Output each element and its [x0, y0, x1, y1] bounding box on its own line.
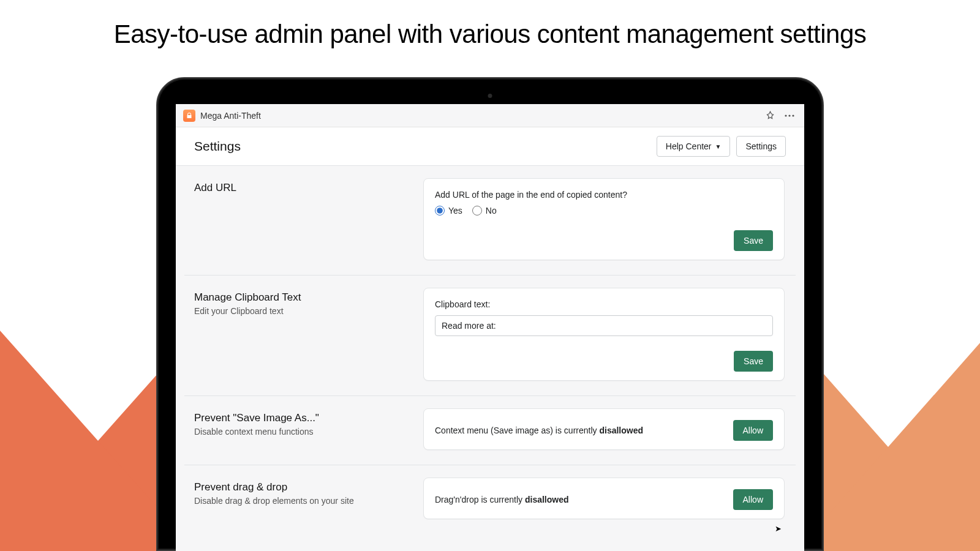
- clipboard-label: Clipboard text:: [435, 299, 773, 309]
- drag-drop-title: Prevent drag & drop: [194, 481, 413, 493]
- help-center-label: Help Center: [666, 141, 712, 151]
- app-title: Mega Anti-Theft: [200, 111, 261, 121]
- radio-yes[interactable]: Yes: [435, 206, 462, 216]
- clipboard-card: Clipboard text: Save: [423, 288, 785, 381]
- add-url-title: Add URL: [194, 182, 413, 194]
- drag-drop-status-prefix: Drag'n'drop is currently: [435, 495, 525, 504]
- drag-drop-card: Drag'n'drop is currently disallowed Allo…: [423, 478, 785, 519]
- add-url-save-button[interactable]: Save: [734, 230, 773, 251]
- save-image-allow-button[interactable]: Allow: [733, 420, 773, 441]
- clipboard-title: Manage Clipboard Text: [194, 291, 413, 304]
- radio-no[interactable]: No: [472, 206, 497, 216]
- section-save-image: Prevent "Save Image As..." Disable conte…: [184, 396, 796, 465]
- radio-yes-input[interactable]: [435, 206, 445, 216]
- svg-point-2: [792, 114, 794, 116]
- clipboard-subtitle: Edit your Clipboard text: [194, 306, 413, 316]
- add-url-card: Add URL of the page in the end of copied…: [423, 178, 785, 260]
- help-center-button[interactable]: Help Center ▼: [657, 136, 731, 157]
- save-image-status-value: disallowed: [599, 425, 643, 435]
- svg-point-0: [785, 114, 786, 116]
- svg-point-1: [788, 114, 790, 116]
- clipboard-save-button[interactable]: Save: [734, 351, 773, 372]
- radio-no-input[interactable]: [472, 206, 482, 216]
- app-bar: Mega Anti-Theft: [176, 104, 804, 127]
- marketing-headline: Easy-to-use admin panel with various con…: [0, 20, 980, 49]
- section-clipboard: Manage Clipboard Text Edit your Clipboar…: [184, 276, 796, 396]
- save-image-status: Context menu (Save image as) is currentl…: [435, 425, 726, 435]
- settings-button[interactable]: Settings: [736, 136, 786, 157]
- section-drag-drop: Prevent drag & drop Disable drag & drop …: [184, 465, 796, 534]
- save-image-title: Prevent "Save Image As...": [194, 412, 413, 424]
- more-icon[interactable]: [782, 108, 797, 123]
- drag-drop-subtitle: Disable drag & drop elements on your sit…: [194, 496, 413, 506]
- save-image-card: Context menu (Save image as) is currentl…: [423, 408, 785, 450]
- drag-drop-allow-button[interactable]: Allow: [733, 489, 773, 510]
- drag-drop-status: Drag'n'drop is currently disallowed: [435, 495, 726, 504]
- app-lock-icon: [183, 110, 195, 122]
- save-image-subtitle: Disable context menu functions: [194, 427, 413, 437]
- drag-drop-status-value: disallowed: [525, 495, 569, 504]
- clipboard-input[interactable]: [435, 315, 773, 336]
- chevron-down-icon: ▼: [715, 143, 722, 150]
- add-url-question: Add URL of the page in the end of copied…: [435, 190, 773, 200]
- camera-dot: [488, 94, 492, 98]
- pin-icon[interactable]: [763, 108, 777, 123]
- laptop-frame: Mega Anti-Theft Settings Help Center ▼ S…: [156, 77, 824, 551]
- radio-yes-label: Yes: [448, 206, 462, 216]
- save-image-status-prefix: Context menu (Save image as) is currentl…: [435, 425, 599, 435]
- decor-triangle-right: [796, 343, 980, 551]
- section-add-url: Add URL Add URL of the page in the end o…: [184, 166, 796, 276]
- page-title: Settings: [194, 139, 241, 154]
- page-header: Settings Help Center ▼ Settings: [176, 127, 804, 166]
- radio-no-label: No: [486, 206, 497, 216]
